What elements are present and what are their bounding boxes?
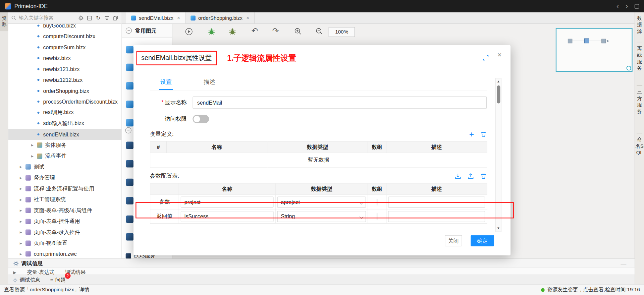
tree-folder[interactable]: ▸社工管理系统 <box>8 194 121 205</box>
chevron-right-icon[interactable]: ▸ <box>20 240 25 246</box>
chevron-right-icon[interactable]: ▸ <box>20 251 25 257</box>
tab-description[interactable]: 描述 <box>203 75 217 90</box>
undo-icon[interactable]: ↶ <box>251 26 258 36</box>
palette-item-icon[interactable] <box>126 160 133 168</box>
sidebar-tab-resources[interactable]: 资源 <box>0 12 8 31</box>
fullscreen-icon[interactable] <box>483 55 489 61</box>
right-tab-thirdparty-service[interactable]: 三方服务 <box>635 88 644 115</box>
tree-item[interactable]: processOrderItemDiscount.bizx <box>8 96 121 107</box>
chevron-right-icon[interactable]: ▸ <box>20 175 25 181</box>
tree-item[interactable]: newbiz1212.bizx <box>8 74 121 85</box>
array-checkbox[interactable] <box>377 198 377 205</box>
minimize-panel-button[interactable]: — <box>617 260 630 267</box>
tree-item[interactable]: orderShopping.bizx <box>8 85 121 96</box>
palette-item-icon[interactable] <box>126 101 133 108</box>
palette-item-icon[interactable] <box>126 233 133 241</box>
chevron-right-icon[interactable]: ▸ <box>20 186 25 191</box>
import-params-icon[interactable] <box>455 173 462 180</box>
export-resource-icon[interactable] <box>112 14 119 21</box>
chevron-right-icon[interactable]: ▸ <box>31 154 37 159</box>
palette-item-icon[interactable] <box>126 64 133 71</box>
zoom-in-icon[interactable] <box>294 27 302 35</box>
palette-item-icon[interactable] <box>126 82 133 90</box>
chevron-right-icon[interactable]: ▸ <box>31 142 37 148</box>
tree-folder[interactable]: ▸页面-表单-控件通用 <box>8 216 121 227</box>
tree-item[interactable]: computeSum.bizx <box>8 42 121 53</box>
debug-start-icon[interactable] <box>185 27 193 36</box>
tree-folder[interactable]: ▸com.primeton.zwc <box>8 248 121 258</box>
palette-item-icon[interactable] <box>126 119 133 126</box>
right-tab-offline-service[interactable]: 离线服务 <box>635 45 644 71</box>
tree-item[interactable]: newbiz.bizx <box>8 53 121 63</box>
collapse-all-icon[interactable] <box>86 14 93 21</box>
tab-sendemail-bizx[interactable]: sendEMail.bizx × <box>126 12 185 23</box>
scrollbar-thumb[interactable] <box>497 85 500 104</box>
tree-item[interactable]: sdo输入输出.bizx <box>8 118 121 129</box>
tree-folder[interactable]: ▸督办管理 <box>8 172 121 183</box>
tree-folder[interactable]: ▸流程-业务流程配置与使用 <box>8 183 121 194</box>
tab-settings[interactable]: 设置 <box>159 75 173 90</box>
tree-item[interactable]: computeDiscount.bizx <box>8 31 121 42</box>
delete-variable-icon[interactable] <box>480 131 487 138</box>
close-modal-icon[interactable]: × <box>497 51 502 60</box>
locate-resource-icon[interactable] <box>77 14 84 21</box>
right-tab-datasource[interactable]: 数据源 <box>635 15 644 35</box>
confirm-button[interactable]: 确定 <box>471 235 494 246</box>
filter-list-icon[interactable] <box>104 14 110 21</box>
chevron-right-icon[interactable]: ▸ <box>20 219 25 224</box>
tree-folder[interactable]: ▸实体服务 <box>8 140 121 151</box>
display-name-input[interactable] <box>193 97 487 109</box>
redo-icon[interactable]: ↷ <box>272 26 279 36</box>
tab-variables-expressions[interactable]: 变量·表达式 <box>27 269 54 275</box>
add-variable-icon[interactable]: + <box>469 131 474 137</box>
resource-change-notice[interactable]: 资源发生变更，点击查看,检查时间:19:16 <box>541 287 640 294</box>
close-tab-icon[interactable]: × <box>177 15 180 21</box>
palette-item-icon[interactable] <box>126 141 133 149</box>
tree-folder[interactable]: ▸页面-表单-高级/布局组件 <box>8 205 121 216</box>
tree-folder[interactable]: ▸测试 <box>8 162 121 172</box>
tab-problems[interactable]: ≡ 问题 2 <box>50 277 65 284</box>
scroll-down-icon[interactable]: ▼ <box>496 226 501 231</box>
close-tab-icon[interactable]: × <box>246 15 249 21</box>
tab-ordershopping-bizx[interactable]: orderShopping.bizx × <box>185 12 255 23</box>
tree-folder[interactable]: ▸流程事件 <box>8 151 121 161</box>
search-input[interactable]: 输入关键字搜索 <box>19 14 77 21</box>
chevron-right-icon[interactable]: ▸ <box>20 230 25 235</box>
tab-debug-info[interactable]: 调试信息 <box>12 277 40 284</box>
zoom-level-indicator[interactable]: 100% <box>329 27 355 37</box>
param-datatype-select[interactable]: aproject <box>277 196 366 208</box>
zoom-out-icon[interactable] <box>315 27 323 35</box>
return-datatype-select[interactable]: String <box>277 211 366 222</box>
access-permission-toggle[interactable] <box>193 115 209 123</box>
flow-diagram-preview[interactable] <box>556 28 633 72</box>
return-desc-input[interactable] <box>388 211 485 222</box>
nav-back-icon[interactable]: ‹ <box>616 2 619 10</box>
palette-item-icon[interactable] <box>126 216 133 223</box>
chevron-right-icon[interactable]: ▸ <box>20 164 25 170</box>
debug-bug-icon[interactable] <box>207 27 215 36</box>
chevron-right-icon[interactable]: ▸ <box>20 197 25 202</box>
palette-item-icon[interactable] <box>126 179 133 186</box>
debug-step-bug-icon[interactable] <box>228 27 236 36</box>
modal-scrollbar[interactable]: ▲ ▼ <box>495 78 501 232</box>
return-name-input[interactable] <box>181 211 274 222</box>
tree-item[interactable]: rest调用.bizx <box>8 107 121 118</box>
layout-toggle-icon[interactable] <box>635 4 639 8</box>
nav-forward-icon[interactable]: › <box>626 2 628 10</box>
collapse-section-icon[interactable]: − <box>126 27 132 34</box>
refresh-icon[interactable]: ↻ <box>95 14 102 21</box>
close-button[interactable]: 关闭 <box>445 235 462 246</box>
tree-folder[interactable]: ▸页面-表单-录入控件 <box>8 227 121 238</box>
palette-item-icon[interactable] <box>126 197 133 204</box>
param-desc-input[interactable] <box>388 196 485 208</box>
tree-item-selected[interactable]: sendEMail.bizx <box>8 129 121 139</box>
param-name-input[interactable] <box>181 196 274 208</box>
palette-section-header[interactable]: − 常用图元 <box>122 24 172 38</box>
tree-item[interactable]: newbiz121.bizx <box>8 64 121 74</box>
collapse-section-icon[interactable]: − <box>125 127 131 133</box>
chevron-right-icon[interactable]: ▸ <box>20 208 25 213</box>
tree-folder[interactable]: ▸页面-视图设置 <box>8 238 121 248</box>
tree-item[interactable]: buyGood.bizx <box>8 24 121 31</box>
delete-param-icon[interactable] <box>480 173 487 180</box>
export-params-icon[interactable] <box>467 173 474 180</box>
